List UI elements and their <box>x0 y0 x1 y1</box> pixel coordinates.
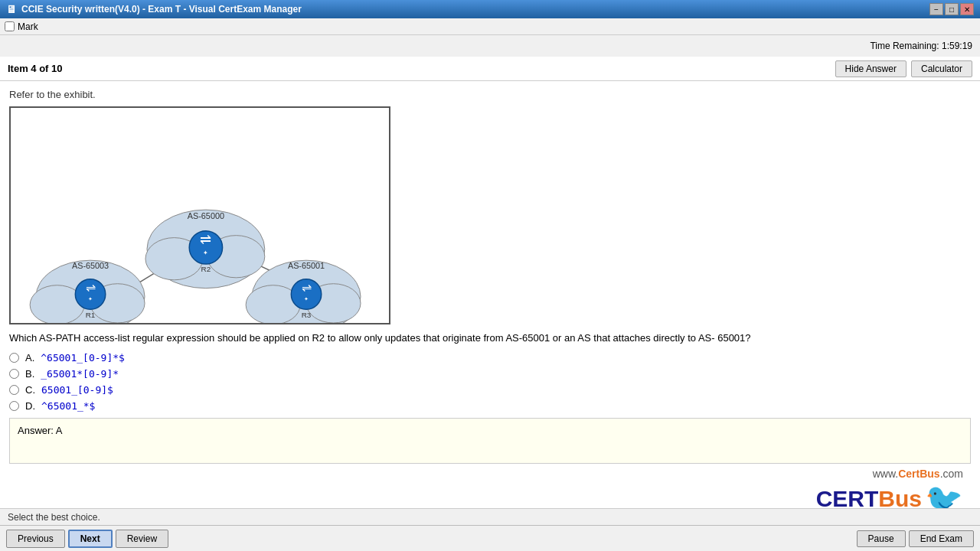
title-bar: 🖥 CCIE Security written(V4.0) - Exam T -… <box>0 0 980 18</box>
option-row-b: B. _65001*[0-9]* <box>9 368 971 380</box>
item-bar: Item 4 of 10 Hide Answer Calculator <box>0 57 980 81</box>
nav-left: Previous Next Review <box>6 530 168 548</box>
next-button[interactable]: Next <box>68 530 113 548</box>
svg-text:AS-65000: AS-65000 <box>188 211 224 220</box>
answer-box: Answer: A <box>9 418 971 464</box>
menu-bar: Mark <box>0 18 980 35</box>
hide-answer-button[interactable]: Hide Answer <box>835 60 906 77</box>
svg-text:✦: ✦ <box>203 249 208 256</box>
minimize-button[interactable]: − <box>929 3 943 15</box>
answer-text: Answer: A <box>18 425 63 436</box>
mark-checkbox[interactable] <box>5 21 15 31</box>
title-bar-controls[interactable]: − □ ✕ <box>929 3 974 15</box>
top-bar: Time Remaining: 1:59:19 <box>0 35 980 57</box>
svg-text:⇌: ⇌ <box>200 232 211 247</box>
svg-text:R1: R1 <box>86 311 96 319</box>
svg-text:AS-65003: AS-65003 <box>72 261 109 270</box>
review-button[interactable]: Review <box>116 530 168 548</box>
bottom-status: Select the best choice. <box>0 508 980 525</box>
option-row-c: C. 65001_[0-9]$ <box>9 384 971 396</box>
main-content: Refer to the exhibit. ⇌ ✦ <box>0 81 980 508</box>
svg-text:R3: R3 <box>302 311 312 319</box>
option-text-a: ^65001_[0-9]*$ <box>41 352 125 364</box>
bottom-nav: Previous Next Review Pause End Exam <box>0 525 980 551</box>
question-text: Which AS-PATH access-list regular expres… <box>9 331 928 346</box>
svg-text:⇌: ⇌ <box>302 281 312 294</box>
option-radio-b[interactable] <box>9 369 19 379</box>
option-text-c: 65001_[0-9]$ <box>41 384 113 396</box>
item-buttons: Hide Answer Calculator <box>835 60 972 77</box>
maximize-button[interactable]: □ <box>945 3 959 15</box>
item-info: Item 4 of 10 <box>8 63 63 74</box>
logo-area: www.CertBus.com CERTBus 🐦 <box>9 470 971 509</box>
option-text-d: ^65001_*$ <box>41 400 95 412</box>
certbus-bird-icon: 🐦 <box>925 481 963 508</box>
close-button[interactable]: ✕ <box>960 3 974 15</box>
exhibit-container: ⇌ ✦ AS-65000 R2 ⇌ ✦ AS-65003 R1 <box>9 106 390 324</box>
option-radio-d[interactable] <box>9 401 19 411</box>
refer-text: Refer to the exhibit. <box>9 89 971 100</box>
pause-button[interactable]: Pause <box>857 530 906 547</box>
svg-text:✦: ✦ <box>88 296 93 302</box>
option-radio-c[interactable] <box>9 385 19 395</box>
svg-text:AS-65001: AS-65001 <box>288 261 325 270</box>
option-row-d: D. ^65001_*$ <box>9 400 971 412</box>
previous-button[interactable]: Previous <box>6 530 65 548</box>
end-exam-button[interactable]: End Exam <box>909 530 974 547</box>
nav-right: Pause End Exam <box>857 530 974 547</box>
svg-text:R2: R2 <box>201 265 211 273</box>
svg-text:✦: ✦ <box>304 296 309 302</box>
option-radio-a[interactable] <box>9 353 19 363</box>
title-bar-title: 🖥 CCIE Security written(V4.0) - Exam T -… <box>6 3 302 15</box>
calculator-button[interactable]: Calculator <box>911 60 972 77</box>
svg-text:⇌: ⇌ <box>86 281 96 294</box>
option-row-a: A. ^65001_[0-9]*$ <box>9 352 971 364</box>
options-container: A. ^65001_[0-9]*$ B. _65001*[0-9]* C. 65… <box>9 352 971 412</box>
certbus-logo: www.CertBus.com CERTBus 🐦 <box>816 468 963 508</box>
status-text: Select the best choice. <box>8 512 100 523</box>
mark-checkbox-label[interactable]: Mark <box>5 21 38 32</box>
option-text-b: _65001*[0-9]* <box>41 368 119 380</box>
time-remaining: Time Remaining: 1:59:19 <box>870 41 972 51</box>
network-diagram: ⇌ ✦ AS-65000 R2 ⇌ ✦ AS-65003 R1 <box>11 108 389 323</box>
